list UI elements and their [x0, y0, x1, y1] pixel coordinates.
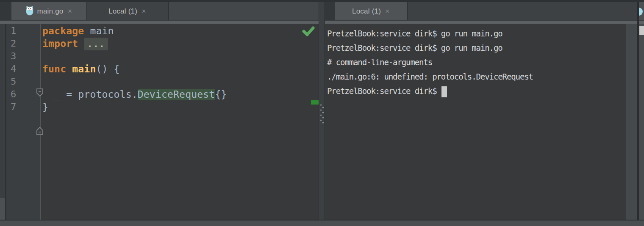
- code-text: }: [42, 102, 48, 113]
- editor-panel: main.go ✕ Local (1) ✕ 1 2 3 4 5 6: [0, 0, 319, 220]
- editor-tab-bar: main.go ✕ Local (1) ✕: [0, 2, 319, 20]
- prompt-text: PretzelBook:service dirk$: [327, 86, 441, 96]
- line-number: 5: [6, 75, 40, 88]
- tab-bar-lead: [325, 2, 335, 20]
- splitter-grip-icon: [319, 104, 325, 126]
- code-text: [66, 63, 72, 74]
- panel-splitter[interactable]: [319, 0, 325, 220]
- terminal-cursor: [441, 86, 447, 97]
- go-gopher-icon: [25, 5, 34, 17]
- code-text: {}: [215, 89, 227, 100]
- tab-local-1-left[interactable]: Local (1) ✕: [86, 2, 169, 20]
- sliver-text-fragment: [639, 26, 644, 35]
- tab-label: Local (1): [108, 7, 137, 16]
- terminal-line: # command-line-arguments: [325, 55, 622, 69]
- terminal-console[interactable]: PretzelBook:service dirk$ go run main.go…: [325, 24, 637, 220]
- folded-region-chip[interactable]: ...: [84, 38, 108, 50]
- line-number: 1: [6, 25, 40, 37]
- code-text: main: [84, 25, 114, 36]
- editor-left-edge: [0, 24, 5, 220]
- close-icon[interactable]: ✕: [385, 8, 390, 14]
- fold-collapse-icon[interactable]: [36, 88, 44, 97]
- tab-bar-underline: [325, 20, 637, 24]
- code-line-5: [42, 75, 309, 88]
- tab-main-go[interactable]: main.go ✕: [11, 2, 86, 20]
- close-icon[interactable]: ✕: [67, 8, 72, 14]
- top-border-strip: [0, 0, 644, 2]
- status-bar: [0, 220, 644, 226]
- code-text: () {: [96, 63, 119, 74]
- editor-gutter[interactable]: 1 2 3 4 5 6 7: [6, 24, 40, 220]
- fold-expand-icon[interactable]: [36, 126, 44, 135]
- line-number: 7: [6, 101, 40, 113]
- tab-label: main.go: [37, 7, 64, 16]
- tab-bar-underline: [639, 20, 644, 24]
- tab-label: Local (1): [352, 7, 381, 16]
- keyword: import: [42, 38, 78, 49]
- go-gopher-icon-partial: [639, 8, 643, 16]
- code-line-7: }: [42, 101, 309, 113]
- function-name: main: [72, 63, 96, 74]
- sliver-tab[interactable]: [639, 2, 644, 20]
- line-number: 2: [6, 37, 40, 50]
- keyword: package: [42, 25, 84, 36]
- keyword: func: [42, 63, 66, 74]
- highlighted-identifier: DeviceRequest: [138, 89, 215, 100]
- adjacent-panel-sliver: [639, 0, 644, 220]
- terminal-tab-bar: Local (1) ✕: [325, 2, 637, 20]
- code-line-6: _ = protocols.DeviceRequest{}: [42, 88, 309, 101]
- code-editor[interactable]: 1 2 3 4 5 6 7: [0, 24, 319, 220]
- close-icon[interactable]: ✕: [142, 8, 146, 14]
- gutter-separator: [40, 24, 41, 220]
- terminal-scrollbar[interactable]: [626, 24, 637, 220]
- terminal-line: PretzelBook:service dirk$ go run main.go: [325, 41, 622, 55]
- sliver-content: [639, 24, 644, 220]
- code-line-2: import ...: [42, 37, 309, 50]
- terminal-line: ./main.go:6: undefined: protocols.Device…: [325, 69, 622, 84]
- tab-local-1-right[interactable]: Local (1) ✕: [335, 2, 408, 20]
- error-stripe-mark[interactable]: [311, 100, 319, 105]
- line-number: 3: [6, 50, 40, 63]
- code-line-1: package main: [42, 25, 309, 37]
- tab-bar-lead: [0, 2, 12, 20]
- ide-root: main.go ✕ Local (1) ✕ 1 2 3 4 5 6: [0, 0, 644, 226]
- code-line-4: func main() {: [42, 63, 309, 75]
- terminal-prompt-line: PretzelBook:service dirk$: [325, 84, 622, 98]
- tab-bar-underline: [0, 20, 319, 24]
- code-area[interactable]: package main import ... func main() { _ …: [42, 25, 309, 113]
- terminal-line: PretzelBook:service dirk$ go run main.go: [325, 26, 622, 41]
- left-scroll-thumb[interactable]: [0, 198, 5, 220]
- terminal-panel: Local (1) ✕ PretzelBook:service dirk$ go…: [325, 0, 637, 220]
- line-number: 4: [6, 63, 40, 75]
- line-number: 6: [6, 88, 40, 101]
- code-text: [78, 38, 84, 49]
- inspection-ok-icon[interactable]: [302, 26, 315, 37]
- code-text: _ = protocols.: [42, 89, 138, 100]
- code-line-3: [42, 50, 309, 63]
